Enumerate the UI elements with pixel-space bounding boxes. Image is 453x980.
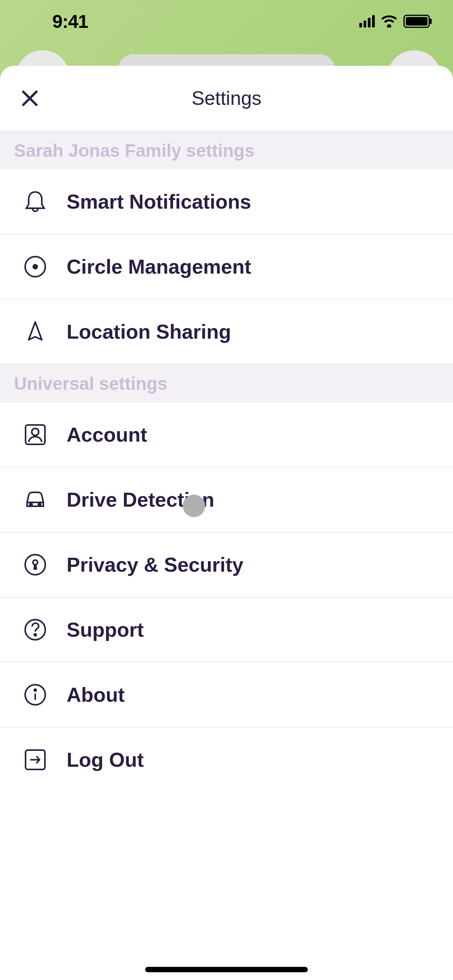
settings-sheet: Settings Sarah Jonas Family settings Sma… [0, 66, 453, 980]
row-circle-management[interactable]: Circle Management [0, 235, 453, 300]
svg-point-11 [34, 689, 36, 691]
bell-icon [23, 190, 47, 214]
touch-indicator [183, 495, 205, 517]
user-icon [23, 423, 47, 447]
close-icon [21, 89, 39, 107]
row-about[interactable]: About [0, 663, 453, 728]
battery-icon [403, 15, 430, 28]
navigation-icon [23, 320, 47, 344]
status-bar: 9:41 [0, 0, 453, 35]
row-support[interactable]: Support [0, 598, 453, 663]
svg-point-4 [30, 503, 32, 505]
row-label: Circle Management [67, 255, 251, 278]
row-label: Account [67, 423, 147, 446]
row-smart-notifications[interactable]: Smart Notifications [0, 170, 453, 235]
question-icon [23, 618, 47, 642]
logout-icon [23, 748, 47, 772]
circle-icon [23, 255, 47, 279]
section-header-universal: Universal settings [0, 365, 453, 403]
cellular-signal-icon [359, 15, 375, 27]
section-header-family: Sarah Jonas Family settings [0, 132, 453, 170]
car-icon [23, 488, 47, 512]
svg-point-3 [32, 428, 39, 435]
status-icons [359, 15, 430, 28]
wifi-icon [381, 15, 397, 27]
row-drive-detection[interactable]: Drive Detection [0, 468, 453, 533]
row-location-sharing[interactable]: Location Sharing [0, 300, 453, 365]
row-label: Smart Notifications [67, 190, 251, 213]
row-label: Privacy & Security [67, 553, 244, 576]
keyhole-icon [23, 553, 47, 577]
home-indicator[interactable] [145, 967, 308, 972]
row-label: Location Sharing [67, 320, 231, 343]
page-title: Settings [192, 87, 262, 110]
row-account[interactable]: Account [0, 403, 453, 468]
svg-point-9 [34, 634, 36, 636]
svg-point-1 [33, 265, 37, 269]
svg-point-5 [38, 503, 41, 505]
row-log-out[interactable]: Log Out [0, 728, 453, 792]
info-icon [23, 683, 47, 707]
row-label: Log Out [67, 748, 144, 771]
row-privacy-security[interactable]: Privacy & Security [0, 533, 453, 598]
status-time: 9:41 [52, 11, 88, 32]
svg-point-7 [33, 560, 38, 565]
close-button[interactable] [19, 88, 40, 109]
row-label: About [67, 683, 125, 706]
sheet-header: Settings [0, 66, 453, 132]
row-label: Support [67, 618, 144, 641]
